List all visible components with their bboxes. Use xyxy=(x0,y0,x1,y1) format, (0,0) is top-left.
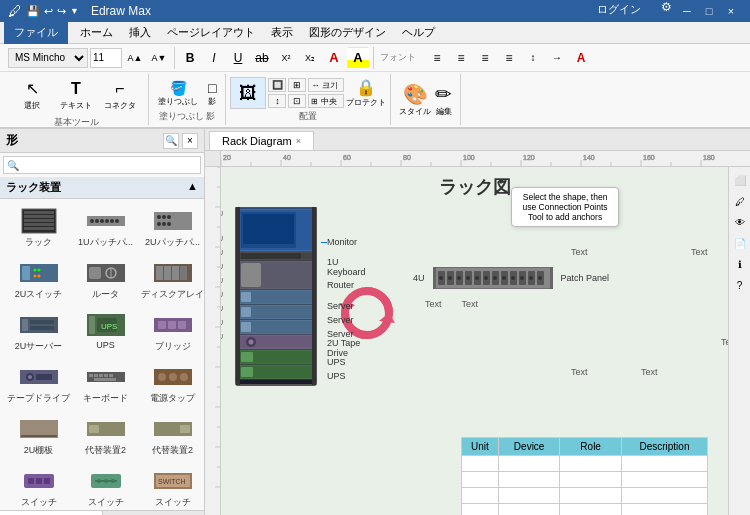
shape-item-switch-d[interactable]: SWITCH スイッチ xyxy=(138,463,204,510)
shape-item-switch-c[interactable]: スイッチ xyxy=(75,463,136,510)
font-family-select[interactable]: MS Mincho xyxy=(8,48,88,68)
select-tool-btn[interactable]: ↖ 選択 xyxy=(12,76,52,114)
shape-item-tapedrive[interactable]: テープドライブ xyxy=(4,359,73,409)
position-btn[interactable]: ⊡ xyxy=(288,94,306,108)
shape-item-server2u[interactable]: 2Uサーバー xyxy=(4,307,73,357)
font-color-btn[interactable]: A xyxy=(323,47,345,69)
font-size-input[interactable] xyxy=(90,48,122,68)
align-justify-btn[interactable]: ≡ xyxy=(498,47,520,69)
connector-tool-btn[interactable]: ⌐ コネクタ xyxy=(100,76,140,114)
rs-icon-6[interactable]: ? xyxy=(731,276,749,294)
quick-access-more[interactable]: ▼ xyxy=(70,6,79,16)
shape-item-keyboard[interactable]: キーボード xyxy=(75,359,136,409)
menu-help[interactable]: ヘルプ xyxy=(394,23,443,42)
highlight-btn[interactable]: A xyxy=(347,47,369,69)
align-right-btn[interactable]: ≡ xyxy=(474,47,496,69)
page-thumbnail[interactable]: 🖼 xyxy=(230,77,266,109)
tab-rack-close-icon[interactable]: × xyxy=(296,136,301,146)
size-input[interactable]: ↔ 크기 xyxy=(308,78,344,92)
label-router: Router xyxy=(327,280,354,290)
menu-view[interactable]: 表示 xyxy=(263,23,301,42)
rs-icon-4[interactable]: 📄 xyxy=(731,234,749,252)
shape-item-rack[interactable]: ラック xyxy=(4,203,73,253)
rs-icon-1[interactable]: ⬜ xyxy=(731,171,749,189)
font-group: MS Mincho A▲ A▼ xyxy=(4,47,175,69)
svg-rect-88 xyxy=(28,478,34,484)
sidebar-close-icon[interactable]: × xyxy=(182,133,198,149)
svg-text:120: 120 xyxy=(523,154,535,161)
close-button[interactable]: × xyxy=(720,0,742,22)
svg-point-72 xyxy=(158,373,166,381)
line-spacing-btn[interactable]: ↕ xyxy=(522,47,544,69)
category-toggle-icon: ▲ xyxy=(187,180,198,195)
shape-item-diskarray[interactable]: ディスクアレイ xyxy=(138,255,204,305)
shape-item-alt2b[interactable]: 代替装置2 xyxy=(138,411,204,461)
shape-item-shelf2u[interactable]: 2U棚板 xyxy=(4,411,73,461)
style-btn[interactable]: 🎨 スタイル xyxy=(399,82,431,117)
font-color2-btn[interactable]: A xyxy=(570,47,592,69)
rs-icon-5[interactable]: ℹ xyxy=(731,255,749,273)
shape-search-input[interactable] xyxy=(3,156,201,174)
indent-btn[interactable]: → xyxy=(546,47,568,69)
font-size-decrease-btn[interactable]: A▼ xyxy=(148,47,170,69)
shape-thumb-switch-d: SWITCH xyxy=(153,467,193,495)
svg-rect-78 xyxy=(21,435,57,437)
superscript-button[interactable]: X² xyxy=(275,47,297,69)
menu-insert[interactable]: 挿入 xyxy=(121,23,159,42)
shape-item-switch-b[interactable]: スイッチ xyxy=(4,463,73,510)
ungroup-btn[interactable]: ⊞ xyxy=(288,78,306,92)
font-size-increase-btn[interactable]: A▲ xyxy=(124,47,146,69)
underline-button[interactable]: U xyxy=(227,47,249,69)
shadow-btn[interactable]: □ 影 xyxy=(205,77,219,110)
bold-button[interactable]: B xyxy=(179,47,201,69)
strikethrough-button[interactable]: ab xyxy=(251,47,273,69)
sidebar-search-icon[interactable]: 🔍 xyxy=(163,133,179,149)
fill-btn[interactable]: 🪣 塗りつぶし xyxy=(155,77,201,110)
text-labels-row: Text Text xyxy=(425,299,609,309)
shape-item-alt2[interactable]: 代替装置2 xyxy=(75,411,136,461)
group-btn[interactable]: 🔲 xyxy=(268,78,286,92)
shape-item-bridge[interactable]: ブリッジ xyxy=(138,307,204,357)
menu-home[interactable]: ホーム xyxy=(72,23,121,42)
menu-page-layout[interactable]: ページレイアウト xyxy=(159,23,263,42)
minimize-button[interactable]: ─ xyxy=(676,0,698,22)
category-header[interactable]: ラック装置 ▲ xyxy=(0,177,204,199)
shape-label-powertap: 電源タップ xyxy=(150,392,195,405)
shapes-tab[interactable]: 形 xyxy=(0,511,103,515)
align-center-btn[interactable]: ≡ xyxy=(450,47,472,69)
quick-access-redo[interactable]: ↪ xyxy=(57,5,66,18)
ruler-container: 20 40 60 80 100 xyxy=(205,151,750,167)
shape-item-patch1u[interactable]: 1Uパッチパ... xyxy=(75,203,136,253)
text-tool-btn[interactable]: T テキスト xyxy=(56,76,96,114)
shape-item-powertap[interactable]: 電源タップ xyxy=(138,359,204,409)
quick-access-undo[interactable]: ↩ xyxy=(44,5,53,18)
italic-button[interactable]: I xyxy=(203,47,225,69)
svg-point-95 xyxy=(111,479,115,483)
svg-point-27 xyxy=(33,269,36,272)
align-left-btn[interactable]: ≡ xyxy=(426,47,448,69)
shape-item-switch2u[interactable]: 2Uスイッチ xyxy=(4,255,73,305)
diagram-canvas[interactable]: ラック図 6U 1U xyxy=(221,167,728,515)
file-recovery-tab[interactable]: ファイル回復 xyxy=(103,511,205,515)
tab-rack-diagram[interactable]: Rack Diagram × xyxy=(209,131,314,150)
menu-shape-design[interactable]: 図形のデザイン xyxy=(301,23,394,42)
protect-btn[interactable]: 🔒 プロテクト xyxy=(346,78,386,108)
arrange-btn[interactable]: ↕ xyxy=(268,94,286,108)
subscript-button[interactable]: X₂ xyxy=(299,47,321,69)
rs-icon-3[interactable]: 👁 xyxy=(731,213,749,231)
quick-access-save[interactable]: 💾 xyxy=(26,5,40,18)
login-button[interactable]: ログイン xyxy=(589,0,649,22)
shape-thumb-tapedrive xyxy=(19,363,59,391)
menu-file[interactable]: ファイル xyxy=(4,22,68,44)
main-canvas[interactable]: ラック図 6U 1U xyxy=(221,167,728,515)
table-row-4 xyxy=(462,504,708,516)
align-input[interactable]: ⊞ 中央 xyxy=(308,94,344,108)
svg-text:SWITCH: SWITCH xyxy=(158,478,186,485)
edit-btn[interactable]: ✏ 編集 xyxy=(435,82,452,117)
shape-item-router[interactable]: ルータ xyxy=(75,255,136,305)
maximize-button[interactable]: □ xyxy=(698,0,720,22)
settings-icon[interactable]: ⚙ xyxy=(657,0,676,22)
shape-item-ups[interactable]: UPS UPS xyxy=(75,307,136,357)
rs-icon-2[interactable]: 🖊 xyxy=(731,192,749,210)
shape-item-patch2u[interactable]: 2Uパッチパ... xyxy=(138,203,204,253)
